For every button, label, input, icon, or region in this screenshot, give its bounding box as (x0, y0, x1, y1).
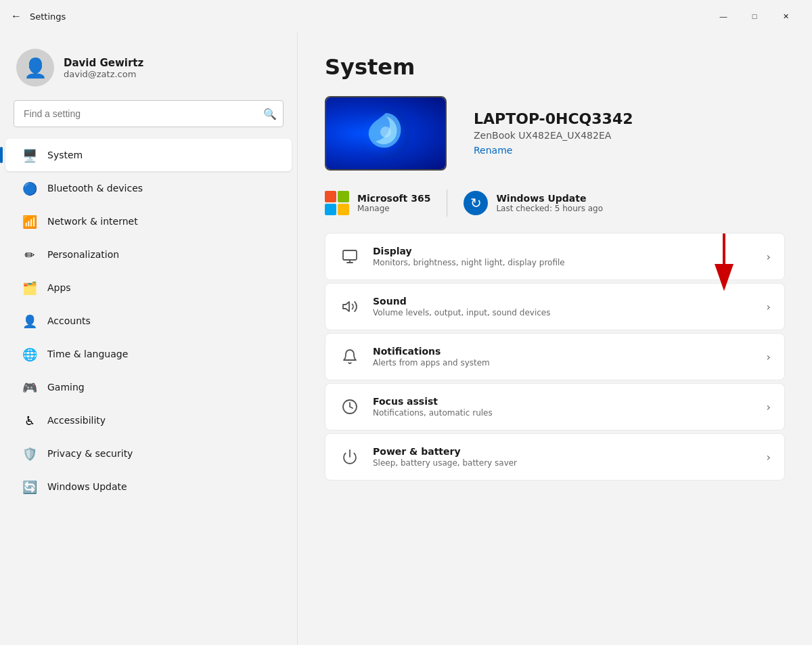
display-title: Display (373, 246, 754, 257)
sidebar-item-privacy[interactable]: 🛡️ Privacy & security (5, 437, 292, 470)
sidebar-item-label: Apps (47, 282, 71, 293)
close-button[interactable]: ✕ (770, 5, 801, 27)
microsoft365-sublabel: Manage (357, 204, 430, 213)
sidebar-item-update[interactable]: 🔄 Windows Update (5, 470, 292, 503)
power-title: Power & battery (373, 446, 754, 457)
device-thumbnail (325, 96, 447, 171)
sidebar-item-label: Accessibility (47, 415, 106, 426)
svg-rect-4 (343, 250, 357, 260)
sidebar-item-time[interactable]: 🌐 Time & language (5, 338, 292, 370)
search-input[interactable] (14, 100, 284, 127)
main-content: 👤 David Gewirtz david@zatz.com 🔍 🖥️ Syst (0, 32, 812, 645)
sidebar-item-label: Privacy & security (47, 448, 133, 459)
notifications-chevron: › (767, 351, 771, 363)
sidebar-item-apps[interactable]: 🗂️ Apps (5, 271, 292, 304)
sidebar-item-accounts[interactable]: 👤 Accounts (5, 305, 292, 337)
sound-chevron: › (767, 301, 771, 313)
back-button[interactable]: ← (11, 10, 22, 22)
rename-link[interactable]: Rename (474, 145, 512, 156)
user-info: David Gewirtz david@zatz.com (64, 57, 143, 79)
personalization-icon: ✏️ (22, 246, 38, 263)
sound-text: Sound Volume levels, output, input, soun… (373, 296, 754, 317)
tile-divider (447, 190, 447, 217)
minimize-button[interactable]: — (708, 5, 739, 27)
update-spin-icon: ↻ (470, 195, 482, 211)
sidebar-item-network[interactable]: 📶 Network & internet (5, 205, 292, 238)
windows-swirl-icon (359, 106, 413, 160)
settings-list: Display Monitors, brightness, night ligh… (325, 233, 785, 481)
windows-wallpaper (326, 97, 445, 169)
display-chevron: › (767, 250, 771, 263)
microsoft365-text: Microsoft 365 Manage (357, 193, 430, 213)
display-subtitle: Monitors, brightness, night light, displ… (373, 258, 754, 267)
power-setting-row[interactable]: Power & battery Sleep, battery usage, ba… (325, 433, 785, 481)
sidebar-item-label: Time & language (47, 349, 128, 359)
sidebar: 👤 David Gewirtz david@zatz.com 🔍 🖥️ Syst (0, 32, 298, 645)
sidebar-item-label: Network & internet (47, 216, 138, 227)
sidebar-nav: 🖥️ System 🔵 Bluetooth & devices 📶 Networ… (0, 138, 297, 504)
device-model: ZenBook UX482EA_UX482EA (474, 130, 633, 141)
display-setting-row[interactable]: Display Monitors, brightness, night ligh… (325, 233, 785, 280)
search-button[interactable]: 🔍 (263, 108, 277, 120)
device-name: LAPTOP-0HCQ3342 (474, 110, 633, 127)
gaming-icon: 🎮 (22, 379, 38, 395)
page-title: System (325, 54, 785, 80)
sidebar-item-label: Accounts (47, 315, 91, 326)
svg-marker-7 (343, 302, 349, 311)
power-chevron: › (767, 451, 771, 464)
display-text: Display Monitors, brightness, night ligh… (373, 246, 754, 267)
window-title: Settings (30, 12, 66, 22)
microsoft365-label: Microsoft 365 (357, 193, 430, 204)
svg-point-1 (380, 127, 391, 137)
display-icon (339, 246, 361, 267)
system-icon: 🖥️ (22, 147, 38, 163)
bluetooth-icon: 🔵 (22, 180, 38, 196)
focus-chevron: › (767, 401, 771, 414)
privacy-icon: 🛡️ (22, 445, 38, 462)
user-name: David Gewirtz (64, 57, 143, 69)
user-avatar-icon: 👤 (24, 57, 47, 79)
device-section: LAPTOP-0HCQ3342 ZenBook UX482EA_UX482EA … (325, 96, 785, 171)
focus-setting-row[interactable]: Focus assist Notifications, automatic ru… (325, 383, 785, 430)
focus-title: Focus assist (373, 396, 754, 407)
settings-window: ← Settings — □ ✕ 👤 David Gewirtz david@z… (0, 0, 812, 645)
windows-update-tile[interactable]: ↻ Windows Update Last checked: 5 hours a… (464, 191, 603, 215)
network-icon: 📶 (22, 213, 38, 229)
sidebar-item-label: Personalization (47, 249, 119, 260)
titlebar: ← Settings — □ ✕ (0, 0, 812, 32)
sidebar-item-personalization[interactable]: ✏️ Personalization (5, 238, 292, 271)
sidebar-item-gaming[interactable]: 🎮 Gaming (5, 371, 292, 403)
sound-icon (339, 296, 361, 317)
sidebar-item-label: Gaming (47, 382, 85, 393)
user-profile[interactable]: 👤 David Gewirtz david@zatz.com (0, 38, 297, 100)
sidebar-item-system[interactable]: 🖥️ System (5, 139, 292, 171)
content-area: System (298, 32, 812, 645)
sidebar-item-bluetooth[interactable]: 🔵 Bluetooth & devices (5, 172, 292, 204)
focus-icon (339, 396, 361, 418)
windows-update-icon: ↻ (464, 191, 488, 215)
windows-update-label: Windows Update (496, 193, 603, 204)
power-icon (339, 446, 361, 468)
apps-icon: 🗂️ (22, 280, 38, 296)
power-subtitle: Sleep, battery usage, battery saver (373, 458, 754, 468)
notifications-text: Notifications Alerts from apps and syste… (373, 346, 754, 368)
sound-setting-row[interactable]: Sound Volume levels, output, input, soun… (325, 283, 785, 330)
notifications-icon (339, 346, 361, 368)
search-icon: 🔍 (263, 108, 277, 120)
time-icon: 🌐 (22, 346, 38, 362)
sidebar-item-accessibility[interactable]: ♿ Accessibility (5, 404, 292, 437)
maximize-button[interactable]: □ (739, 5, 770, 27)
window-controls: — □ ✕ (708, 5, 801, 27)
search-box: 🔍 (14, 100, 284, 127)
microsoft365-tile[interactable]: Microsoft 365 Manage (325, 191, 430, 215)
ms-green-quad (338, 191, 349, 202)
update-icon: 🔄 (22, 479, 38, 495)
notifications-setting-row[interactable]: Notifications Alerts from apps and syste… (325, 333, 785, 380)
windows-update-sublabel: Last checked: 5 hours ago (496, 204, 603, 213)
back-icon: ← (11, 10, 22, 22)
user-email: david@zatz.com (64, 69, 143, 79)
sidebar-item-label: System (47, 150, 83, 160)
notifications-title: Notifications (373, 346, 754, 357)
sidebar-item-label: Bluetooth & devices (47, 183, 143, 194)
ms-red-quad (325, 191, 336, 202)
